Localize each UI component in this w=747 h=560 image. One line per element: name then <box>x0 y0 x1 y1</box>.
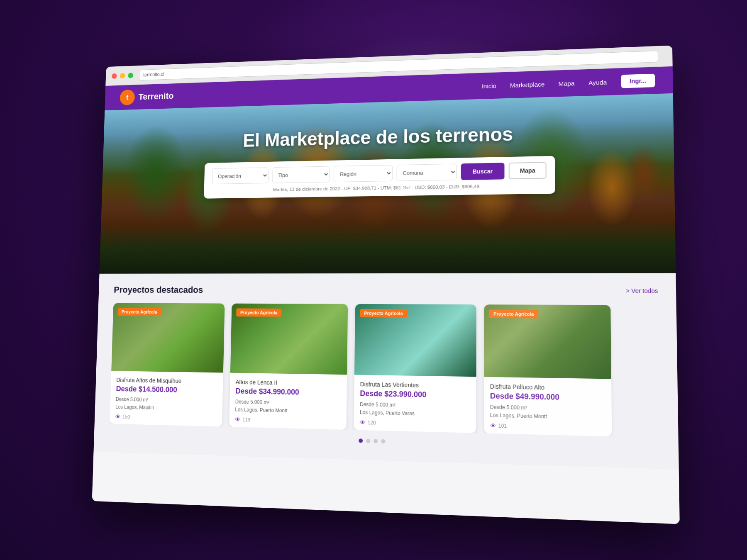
eye-icon: 👁 <box>360 419 366 426</box>
card-image: Proyecto Agrícola <box>230 304 348 375</box>
logo-text: Terrenito <box>138 91 173 102</box>
card-size: Desde 5.000 m² <box>360 402 395 408</box>
card-badge: Proyecto Agrícola <box>489 309 538 318</box>
listings-title: Proyectos destacados <box>114 285 203 295</box>
card-image: Proyecto Agrícola <box>111 303 225 373</box>
login-button[interactable]: Ingr... <box>621 74 655 88</box>
card-title: Altos de Lenca II <box>236 379 342 387</box>
eye-icon: 👁 <box>235 416 241 423</box>
card-size: Desde 5.000 m² <box>235 399 269 405</box>
card-image: Proyecto Agrícola <box>354 304 476 377</box>
listings-section: Proyectos destacados > Ver todos Proyect… <box>93 273 679 470</box>
hero-section: El Marketplace de los terrenos Operación… <box>100 93 676 274</box>
card-meta: Desde 5.000 m² Los Lagos, Maullín <box>115 396 217 414</box>
card-body: Disfruta Las Vertientes Desde $23.990.00… <box>354 375 476 433</box>
card-views: 👁 119 <box>235 416 341 426</box>
cards-row: Proyecto Agrícola Disfruta Altos de Misq… <box>110 303 660 438</box>
nav-inicio[interactable]: Inicio <box>482 82 496 90</box>
carousel-dot-3[interactable] <box>374 439 378 444</box>
mapa-button[interactable]: Mapa <box>509 162 547 179</box>
logo-letter: t <box>126 93 129 102</box>
nav-ayuda[interactable]: Ayuda <box>588 78 607 86</box>
card-body: Altos de Lenca II Desde $34.990.000 Desd… <box>229 373 347 430</box>
card-meta: Desde 5.000 m² Los Lagos, Puerto Montt <box>235 398 341 416</box>
logo-icon: t <box>120 90 135 105</box>
eye-icon: 👁 <box>115 414 120 420</box>
region-select[interactable]: Región <box>334 165 393 183</box>
card-badge: Proyecto Agrícola <box>117 308 161 316</box>
nav-links: Inicio Marketplace Mapa Ayuda Ingr... <box>482 74 655 93</box>
property-card: Proyecto Agrícola Disfruta Las Vertiente… <box>354 304 476 433</box>
minimize-button[interactable] <box>120 73 125 78</box>
card-location: Los Lagos, Puerto Montt <box>490 412 547 420</box>
buscar-button[interactable]: Buscar <box>461 163 504 180</box>
card-title: Disfruta Pelluco Alto <box>490 383 605 392</box>
carousel-dot-4[interactable] <box>381 439 385 444</box>
card-price: Desde $34.990.000 <box>235 387 341 398</box>
property-card: Proyecto Agrícola Altos de Lenca II Desd… <box>229 304 348 430</box>
views-count: 150 <box>122 414 130 420</box>
tipo-select[interactable]: Tipo <box>272 166 330 183</box>
eye-icon: 👁 <box>490 422 496 429</box>
website: t Terrenito Inicio Marketplace Mapa Ayud… <box>92 66 680 524</box>
hero-content: El Marketplace de los terrenos Operación… <box>102 93 674 200</box>
property-card: Proyecto Agrícola Disfruta Pelluco Alto … <box>484 304 612 437</box>
card-badge: Proyecto Agrícola <box>236 308 281 317</box>
close-button[interactable] <box>112 73 117 78</box>
card-price: Desde $14.500.000 <box>116 385 217 395</box>
card-location: Los Lagos, Puerto Montt <box>235 407 287 414</box>
comuna-select[interactable]: Comuna <box>397 164 457 181</box>
card-location: Los Lagos, Maullín <box>115 404 154 411</box>
property-card: Proyecto Agrícola Disfruta Altos de Misq… <box>110 303 225 426</box>
views-count: 101 <box>498 423 507 429</box>
card-price: Desde $23.990.000 <box>360 389 470 400</box>
card-views: 👁 150 <box>115 414 217 423</box>
carousel-dot-2[interactable] <box>366 439 370 443</box>
card-body: Disfruta Altos de Misquihue Desde $14.50… <box>110 371 223 427</box>
card-price: Desde $49.990.000 <box>490 392 605 403</box>
traffic-lights <box>112 73 133 79</box>
views-count: 120 <box>368 420 376 426</box>
search-top-row: Operación Tipo Región Comuna Buscar Mapa <box>212 162 547 184</box>
hero-title: El Marketplace de los terrenos <box>243 123 513 151</box>
card-title: Disfruta Las Vertientes <box>360 381 471 390</box>
ver-todos-link[interactable]: > Ver todos <box>626 287 658 295</box>
nav-marketplace[interactable]: Marketplace <box>510 80 545 89</box>
card-meta: Desde 5.000 m² Los Lagos, Puerto Varas <box>360 401 470 419</box>
card-size: Desde 5.000 m² <box>490 404 527 411</box>
card-badge: Proyecto Agrícola <box>360 309 407 318</box>
search-container: Operación Tipo Región Comuna Buscar Mapa <box>204 156 555 199</box>
card-size: Desde 5.000 m² <box>116 397 149 403</box>
card-meta: Desde 5.000 m² Los Lagos, Puerto Montt <box>490 403 605 422</box>
card-views: 👁 101 <box>490 422 605 432</box>
date-info: Martes, 13 de diciembre de 2022 - UF: $3… <box>212 183 547 193</box>
listings-header: Proyectos destacados > Ver todos <box>114 285 658 296</box>
logo-area: t Terrenito <box>120 88 174 105</box>
card-title: Disfruta Altos de Misquihue <box>116 377 217 385</box>
nav-mapa[interactable]: Mapa <box>558 80 574 87</box>
card-views: 👁 120 <box>360 419 470 429</box>
views-count: 119 <box>242 417 251 423</box>
card-body: Disfruta Pelluco Alto Desde $49.990.000 … <box>484 377 612 437</box>
browser-window: terrenito.cl t Terrenito Inicio Marketpl… <box>92 46 680 524</box>
maximize-button[interactable] <box>128 73 133 78</box>
card-image: Proyecto Agrícola <box>484 304 611 379</box>
operacion-select[interactable]: Operación <box>212 167 269 184</box>
address-text: terrenito.cl <box>143 71 164 78</box>
card-location: Los Lagos, Puerto Varas <box>360 409 415 416</box>
carousel-dot-1[interactable] <box>359 439 363 443</box>
